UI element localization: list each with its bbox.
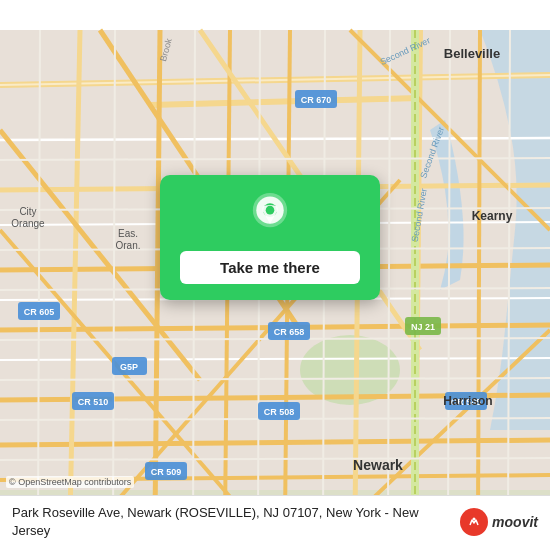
svg-text:CR 508: CR 508 <box>264 407 295 417</box>
moovit-icon <box>460 508 488 536</box>
take-me-there-button[interactable]: Take me there <box>180 251 360 284</box>
svg-text:Newark: Newark <box>353 457 403 473</box>
svg-text:CR 670: CR 670 <box>301 95 332 105</box>
svg-text:CR 509: CR 509 <box>151 467 182 477</box>
map-pin-icon <box>246 193 294 241</box>
svg-text:City: City <box>19 206 36 217</box>
svg-text:G5P: G5P <box>120 362 138 372</box>
svg-text:Harrison: Harrison <box>443 394 492 408</box>
svg-text:Orange: Orange <box>11 218 45 229</box>
svg-text:Eas.: Eas. <box>118 228 138 239</box>
svg-point-81 <box>266 206 275 215</box>
bottom-info-bar: Park Roseville Ave, Newark (ROSEVILLE), … <box>0 495 550 550</box>
svg-text:Kearny: Kearny <box>472 209 513 223</box>
osm-attribution: © OpenStreetMap contributors <box>6 476 134 488</box>
address-text: Park Roseville Ave, Newark (ROSEVILLE), … <box>12 504 452 540</box>
svg-text:Oran.: Oran. <box>115 240 140 251</box>
moovit-logo[interactable]: moovit <box>460 508 538 536</box>
svg-text:Belleville: Belleville <box>444 46 500 61</box>
svg-line-22 <box>478 30 480 520</box>
svg-text:CR 605: CR 605 <box>24 307 55 317</box>
address-container: Park Roseville Ave, Newark (ROSEVILLE), … <box>12 504 452 540</box>
moovit-text: moovit <box>492 514 538 530</box>
svg-point-83 <box>473 517 476 520</box>
svg-text:NJ 21: NJ 21 <box>411 322 435 332</box>
map-container: CR 670 CR 605 CR 658 G5P CR 510 CR 508 N… <box>0 0 550 550</box>
svg-text:CR 510: CR 510 <box>78 397 109 407</box>
action-card: Take me there <box>160 175 380 300</box>
svg-text:CR 658: CR 658 <box>274 327 305 337</box>
